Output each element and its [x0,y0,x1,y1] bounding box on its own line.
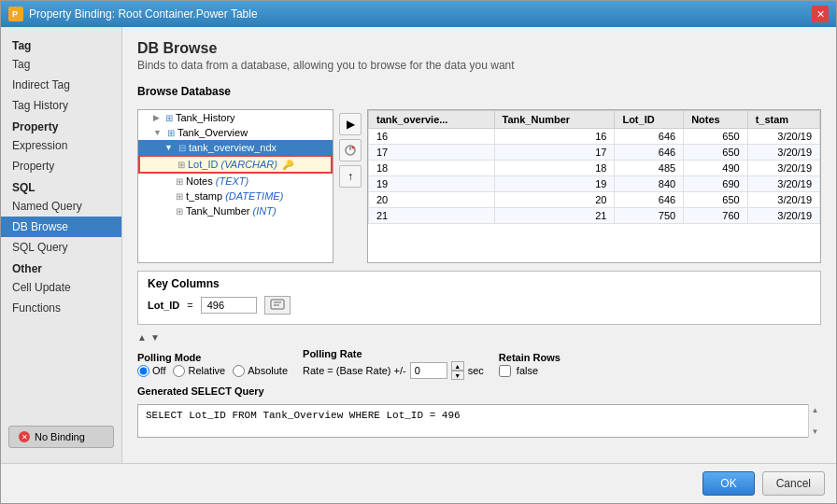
table-row[interactable]: 16166466503/20/19 [369,129,820,145]
title-bar-left: P Property Binding: Root Container.Power… [8,7,258,21]
scroll-up-arrow[interactable]: ▲ [812,406,819,414]
collapse-arrow[interactable]: ▲ [137,332,147,343]
sidebar-item-tag[interactable]: Tag [1,54,121,75]
close-button[interactable]: ✕ [812,6,829,22]
polling-mode-group: Polling Mode Off Relative [137,352,288,377]
no-binding-button[interactable]: ✕ No Binding [8,426,114,448]
table-icon: ⊞ [167,128,175,138]
sidebar-item-tag-history[interactable]: Tag History [1,95,121,116]
tree-item-lot-id[interactable]: ⊞ Lot_ID (VARCHAR) 🔑 [138,155,333,174]
query-scrollbar[interactable]: ▲ ▼ [808,404,821,438]
radio-absolute[interactable]: Absolute [233,365,288,377]
generated-query-label: Generated SELECT Query [137,385,821,397]
sidebar-item-db-browse[interactable]: DB Browse [1,217,121,237]
rate-value-input[interactable] [410,362,447,379]
sidebar-category-property: Property [1,116,121,135]
radio-relative-label: Relative [188,365,225,376]
tree-scrollbar-h[interactable] [138,262,333,263]
radio-off-input[interactable] [137,365,149,377]
polling-section: ▲ ▼ Polling Mode Off Rela [137,332,821,438]
sidebar-item-sql-query[interactable]: SQL Query [1,237,121,258]
spin-up-button[interactable]: ▲ [451,361,464,371]
ok-button[interactable]: OK [702,471,754,496]
section-description: Binds to data from a database, allowing … [137,59,821,72]
sidebar-item-named-query[interactable]: Named Query [1,196,121,217]
radio-absolute-input[interactable] [233,365,245,377]
tree-item-notes[interactable]: ⊞ Notes (TEXT) [138,174,333,189]
field-icon: ⊞ [176,176,183,187]
expand-arrow: ▼ [164,143,173,152]
sidebar-item-cell-update[interactable]: Cell Update [1,277,121,298]
browse-database-label: Browse Database [137,85,821,98]
retain-row: false [499,365,560,377]
key-columns-label: Key Columns [148,277,811,290]
radio-relative[interactable]: Relative [173,365,225,377]
tree-panel: ▶ ⊞ Tank_History ▼ ⊞ Tank_Overview ▼ [137,109,333,263]
edit-button[interactable] [339,139,362,161]
key-col-edit-button[interactable] [264,296,291,315]
generated-query-text: SELECT Lot_ID FROM Tank_Overview WHERE L… [146,410,461,421]
polling-mode-label: Polling Mode [137,352,288,363]
tree-scroll[interactable]: ▶ ⊞ Tank_History ▼ ⊞ Tank_Overview ▼ [138,110,333,262]
sidebar-item-expression[interactable]: Expression [1,135,121,156]
svg-text:P: P [12,9,18,19]
radio-off[interactable]: Off [137,365,165,377]
tree-label: Tank_Overview [177,127,248,138]
tree-item-tank-history[interactable]: ▶ ⊞ Tank_History [138,110,333,125]
rate-text: Rate = (Base Rate) +/- [303,365,406,376]
generated-query-box: SELECT Lot_ID FROM Tank_Overview WHERE L… [137,404,821,438]
sidebar-item-property[interactable]: Property [1,156,121,176]
query-container: SELECT Lot_ID FROM Tank_Overview WHERE L… [137,404,821,438]
radio-relative-input[interactable] [173,365,185,377]
tree-label: Tank_History [176,112,235,123]
polling-radios: Off Relative Absolute [137,365,288,377]
tree-label: t_stamp (DATETIME) [186,190,283,202]
tree-label: tank_overview_ndx [189,142,277,153]
key-col-value-input[interactable] [201,297,257,314]
lock-icon: 🔑 [282,160,293,170]
retain-checkbox[interactable] [499,365,511,377]
data-table: tank_overvie... Tank_Number Lot_ID Notes… [368,110,820,224]
spinner-buttons: ▲ ▼ [451,361,464,380]
sidebar-category-tag: Tag [1,35,121,54]
radio-absolute-label: Absolute [248,365,288,376]
tree-item-tank-overview[interactable]: ▼ ⊞ Tank_Overview [138,125,333,140]
index-icon: ⊟ [178,143,186,153]
table-row[interactable]: 19198406903/20/19 [369,176,820,192]
retain-rows-label: Retain Rows [499,352,560,363]
table-row[interactable]: 20206466503/20/19 [369,192,820,208]
main-window: P Property Binding: Root Container.Power… [0,0,837,504]
scroll-down-arrow[interactable]: ▼ [812,427,819,436]
retain-rows-group: Retain Rows false [499,352,560,377]
tree-item-tank-number[interactable]: ⊞ Tank_Number (INT) [138,203,333,218]
key-col-equals: = [187,300,192,311]
bottom-bar: OK Cancel [1,463,836,503]
tree-item-tank-overview-ndx[interactable]: ▼ ⊟ tank_overview_ndx [138,140,333,155]
key-column-row: Lot_ID = [148,296,811,315]
key-columns-section: Key Columns Lot_ID = [137,271,821,325]
content-area: Tag Tag Indirect Tag Tag History Propert… [1,27,836,463]
sidebar-item-functions[interactable]: Functions [1,298,121,318]
table-row[interactable]: 18184854903/20/19 [369,161,820,176]
up-button[interactable]: ↑ [339,165,362,188]
table-row[interactable]: 17176466503/20/19 [369,145,820,161]
tree-item-t-stamp[interactable]: ⊞ t_stamp (DATETIME) [138,189,333,203]
cancel-button[interactable]: Cancel [762,471,825,496]
radio-off-label: Off [152,365,165,376]
svg-rect-5 [271,300,284,309]
table-row[interactable]: 21217507603/20/19 [369,208,820,224]
tree-label: Tank_Number (INT) [186,205,277,217]
tree-label: Lot_ID (VARCHAR) [188,159,277,170]
data-table-container[interactable]: tank_overvie... Tank_Number Lot_ID Notes… [367,109,821,263]
sidebar-category-sql: SQL [1,176,121,196]
expand-arrow[interactable]: ▼ [150,332,160,343]
sidebar-category-other: Other [1,258,121,277]
sidebar-item-indirect-tag[interactable]: Indirect Tag [1,75,121,95]
no-binding-label: No Binding [35,431,85,442]
polling-rate-label: Polling Rate [303,348,484,359]
window-title: Property Binding: Root Container.Power T… [29,7,258,21]
svg-point-4 [352,147,355,149]
col-header-3: Notes [684,111,747,129]
spin-down-button[interactable]: ▼ [451,371,464,380]
navigate-right-button[interactable]: ▶ [339,113,362,135]
